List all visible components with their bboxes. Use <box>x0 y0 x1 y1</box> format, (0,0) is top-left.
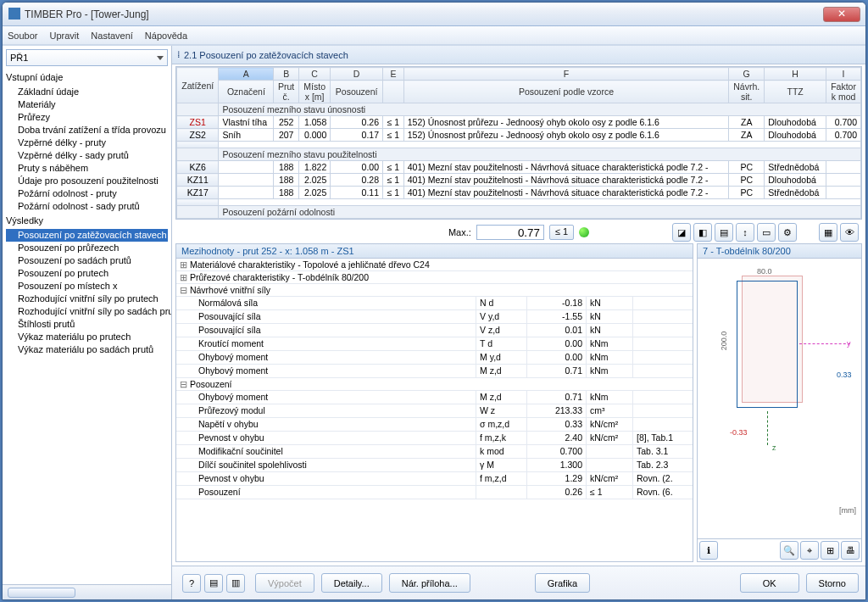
filter-icon[interactable]: ◪ <box>672 223 691 242</box>
tree-item[interactable]: Posouzení po sadách prutů <box>6 254 168 267</box>
tree-item[interactable]: Doba trvání zatížení a třída provozu <box>6 124 168 137</box>
eye-icon[interactable]: 👁 <box>840 223 859 242</box>
menu-file[interactable]: Soubor <box>8 31 37 41</box>
menu-help[interactable]: Nápověda <box>145 31 187 41</box>
check-ok-icon <box>579 227 589 237</box>
print-icon[interactable]: 🖶 <box>841 541 860 560</box>
detail-row: Kroutící momentT d0.00kNm <box>176 337 693 351</box>
tree-group-input[interactable]: Vstupní údaje <box>6 70 168 86</box>
detail-row: Pevnost v ohybuf m,z,d1.29kN/cm²Rovn. (2… <box>176 472 693 486</box>
graphics-button[interactable]: Grafika <box>535 573 590 593</box>
help-icon[interactable]: ? <box>182 574 201 593</box>
tree-item[interactable]: Údaje pro posouzení použitelnosti <box>6 175 168 187</box>
detail-list[interactable]: Materiálové charakteristiky - Topolové a… <box>176 259 693 561</box>
tree-item[interactable]: Vzpěrné délky - sady prutů <box>6 149 168 162</box>
export-icon[interactable]: ▥ <box>226 574 245 593</box>
detail-row: Průřezový modulW z213.33cm³ <box>176 404 693 418</box>
close-button[interactable]: ✕ <box>823 7 860 22</box>
axes-icon[interactable]: ⌖ <box>800 541 819 560</box>
tree-item[interactable]: Posouzení po prutech <box>6 267 168 280</box>
detail-row: Posouvající sílaV z,d0.01kN <box>176 324 693 337</box>
settings-icon[interactable]: ⚙ <box>778 223 797 242</box>
view1-icon[interactable]: ▦ <box>819 223 837 242</box>
tree-item[interactable]: Vzpěrné délky - pruty <box>6 137 168 149</box>
calc-button[interactable]: Výpočet <box>255 573 314 593</box>
details-button[interactable]: Detaily... <box>321 573 382 593</box>
tree-item[interactable]: Pruty s náběhem <box>6 162 168 175</box>
chevron-down-icon <box>157 56 164 60</box>
preview-title: 7 - T-obdélník 80/200 <box>698 244 861 259</box>
detail-row: Pevnost v ohybuf m,z,k2.40kN/cm²[8], Tab… <box>176 432 693 445</box>
case-selector[interactable]: PŘ1 <box>6 49 168 66</box>
section-preview: y z 80.0 200.0 0.33 -0.33 [mm] <box>698 259 861 538</box>
detail-row: Ohybový momentM y,d0.00kNm <box>176 351 693 365</box>
ok-button[interactable]: OK <box>740 573 799 593</box>
max-le: ≤ 1 <box>549 225 574 240</box>
tree-item[interactable]: Výkaz materiálu po sadách prutů <box>6 343 168 356</box>
tree-item[interactable]: Posouzení po místech x <box>6 280 168 293</box>
tree-hscroll[interactable] <box>3 584 171 599</box>
menu-bar: Soubor Upravit Nastavení Nápověda <box>3 26 865 45</box>
detail-row: Dílčí součinitel spolehlivostiγ M1.300Ta… <box>176 459 693 472</box>
app-icon <box>8 8 20 20</box>
detail-title: Mezihodnoty - prut 252 - x: 1.058 m - ZS… <box>176 244 693 259</box>
tree-group-results[interactable]: Výsledky <box>6 213 168 229</box>
menu-edit[interactable]: Upravit <box>49 31 79 41</box>
tree-item[interactable]: Základní údaje <box>6 86 168 98</box>
menu-settings[interactable]: Nastavení <box>91 31 133 41</box>
zoom-icon[interactable]: 🔍 <box>780 541 798 560</box>
annex-button[interactable]: Nár. příloha... <box>389 573 470 593</box>
detail-group[interactable]: Materiálové charakteristiky - Topolové a… <box>176 259 693 271</box>
detail-row: Ohybový momentM z,d0.71kNm <box>176 365 693 378</box>
case-selector-value: PŘ1 <box>10 53 28 63</box>
tree-item[interactable]: Posouzení po průřezech <box>6 242 168 254</box>
excel-icon[interactable]: ▤ <box>204 574 223 593</box>
color-icon[interactable]: ◧ <box>693 223 712 242</box>
detail-row: Modifikační součinitelk mod0.700Tab. 3.1 <box>176 445 693 459</box>
tree-item[interactable]: Rozhodující vnitřní síly po sadách prut <box>6 305 168 318</box>
select-icon[interactable]: ▭ <box>757 223 776 242</box>
cancel-button[interactable]: Storno <box>806 573 859 593</box>
tree-item[interactable]: Požární odolnost - pruty <box>6 187 168 200</box>
tree-item[interactable]: Štíhlosti prutů <box>6 318 168 331</box>
detail-row: Normálová sílaN d-0.18kN <box>176 297 693 310</box>
window-title: TIMBER Pro - [Tower-Jung] <box>8 8 821 20</box>
tree-item[interactable]: Požární odolnost - sady prutů <box>6 200 168 213</box>
info-icon[interactable]: ℹ <box>699 541 718 560</box>
detail-row: Posouzení0.26≤ 1Rovn. (6. <box>176 486 693 499</box>
detail-row: Ohybový momentM z,d0.71kNm <box>176 391 693 404</box>
max-value-input[interactable] <box>476 225 544 240</box>
results-grid[interactable]: ZatíženíABCDEFGHIOznačeníPrutč.Místox [m… <box>175 66 862 220</box>
detail-group[interactable]: Posouzení <box>176 378 693 391</box>
dims-icon[interactable]: ⊞ <box>821 541 839 560</box>
tree-item[interactable]: Výkaz materiálu po prutech <box>6 331 168 343</box>
sort-icon[interactable]: ↕ <box>736 223 754 242</box>
pane-title: ⁞ 2.1 Posouzení po zatěžovacích stavech <box>172 46 865 64</box>
tree-item[interactable]: Materiály <box>6 98 168 111</box>
tree-item[interactable]: Průřezy <box>6 111 168 124</box>
max-label: Max.: <box>448 227 471 237</box>
tree-item[interactable]: Rozhodující vnitřní síly po prutech <box>6 293 168 305</box>
nav-tree[interactable]: Vstupní údaje Základní údajeMateriályPrů… <box>3 70 171 584</box>
detail-group[interactable]: Návrhové vnitřní síly <box>176 284 693 297</box>
detail-row: Posouvající sílaV y,d-1.55kN <box>176 310 693 324</box>
detail-row: Napětí v ohybuσ m,z,d0.33kN/cm² <box>176 418 693 432</box>
relation-icon[interactable]: ▤ <box>715 223 733 242</box>
tree-item[interactable]: Posouzení po zatěžovacích stavech <box>6 229 168 242</box>
detail-group[interactable]: Průřezové charakteristiky - T-obdélník 8… <box>176 271 693 284</box>
